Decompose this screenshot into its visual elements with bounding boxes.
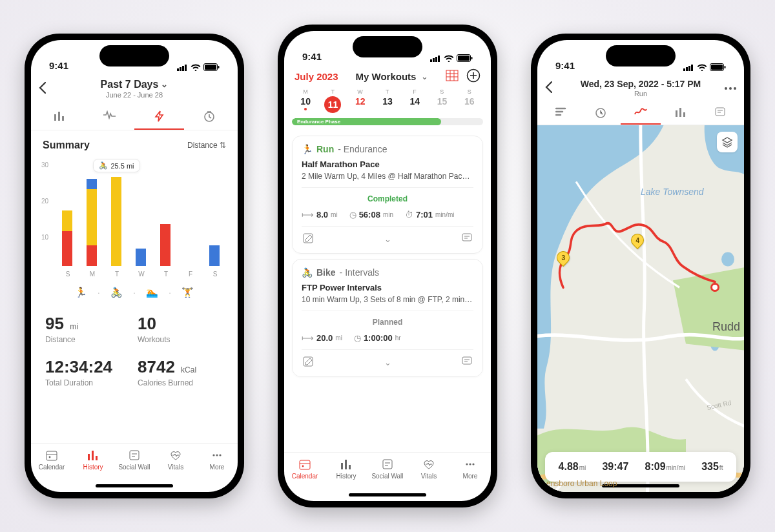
workouts-filter[interactable]: My Workouts ⌄ [344,71,440,82]
metric-tabs [31,100,238,130]
comment-workout-icon[interactable] [460,232,473,247]
map-place-label: Rudd [712,320,740,334]
sort-icon: ⇅ [220,141,226,150]
svg-rect-26 [471,57,473,59]
svg-rect-36 [345,460,347,469]
nav-vitals[interactable]: Vitals [155,449,196,471]
edit-workout-icon[interactable] [302,232,315,247]
nav-vitals[interactable]: Vitals [408,458,450,480]
svg-rect-50 [676,110,677,117]
summary-chart[interactable]: 30 20 10 🚴 25.5 mi SMTWTFS [41,161,227,278]
activity-stats-bar: 4.88mi 39:47 8:09min/mi 335ft [545,452,736,482]
tab-charts[interactable] [661,104,701,125]
comment-workout-icon[interactable] [460,355,473,370]
svg-rect-7 [54,114,56,121]
nav-calendar[interactable]: Calendar [31,449,72,471]
status-icons [430,54,473,62]
svg-rect-32 [462,357,471,364]
status-time: 9:41 [555,60,575,71]
activity-map[interactable]: Lake Townsend Rudd Scott Rd ensboro Urba… [537,125,744,492]
tab-notes[interactable] [700,104,740,125]
edit-workout-icon[interactable] [302,355,315,370]
svg-rect-52 [683,112,685,117]
tab-map[interactable] [621,104,661,125]
svg-rect-31 [304,357,313,366]
nav-social[interactable]: Social Wall [367,458,408,480]
add-button[interactable] [466,68,480,85]
stat-elev: 335ft [701,461,723,473]
stat-workouts: 10 Workouts [138,314,223,344]
svg-rect-53 [716,108,725,116]
stat-calories: 8742 kCal Calories Burned [138,357,223,387]
svg-rect-21 [433,58,435,62]
nav-more[interactable]: More [450,458,491,480]
chevron-down-icon: ⌄ [161,79,168,89]
tab-hr[interactable] [85,107,134,130]
svg-rect-48 [725,66,726,68]
back-button[interactable] [39,81,58,97]
status-icons [683,63,726,71]
activity-title: Wed, 23 Sep, 2022 - 5:17 PM Run [564,79,717,97]
svg-point-39 [466,463,468,465]
tab-power[interactable] [134,107,184,130]
svg-rect-23 [438,56,440,62]
nav-social[interactable]: Social Wall [114,449,155,471]
svg-rect-3 [185,65,187,71]
svg-rect-27 [446,70,458,81]
svg-rect-1 [180,67,181,71]
svg-rect-30 [462,234,471,241]
week-days[interactable]: 10 11 12 13 14 15 16 [284,95,491,116]
swim-icon: 🏊 [146,287,158,298]
svg-rect-43 [686,67,688,71]
svg-point-17 [212,454,214,456]
svg-rect-20 [430,59,432,62]
phone-calendar: 9:41 July 2023 My Workouts ⌄ [278,25,497,507]
nav-more[interactable]: More [196,449,238,471]
svg-rect-35 [341,463,343,469]
bike-icon: 🚴 [110,287,123,298]
workout-card[interactable]: 🚴 Bike - Intervals FTP Power Intervals 1… [292,259,483,377]
svg-rect-25 [458,56,470,61]
tab-time[interactable] [184,107,234,130]
phone-history: 9:41 Past 7 Days⌄ [25,34,244,498]
nav-calendar[interactable]: Calendar [284,458,326,480]
more-menu[interactable] [717,87,736,90]
svg-rect-33 [300,460,310,469]
nav-history[interactable]: History [326,458,367,480]
svg-point-18 [216,454,218,456]
weekday-header: MTWTFSS [284,88,491,95]
tab-bars[interactable] [35,107,85,130]
training-phase-bar[interactable]: Endurance Phase [292,118,483,125]
tab-splits[interactable] [581,104,621,125]
home-indicator[interactable] [349,493,426,496]
mile-marker-4[interactable]: 4 [631,234,644,249]
svg-point-34 [302,466,304,467]
grid-view-icon[interactable] [446,70,459,83]
status-time: 9:41 [49,60,68,71]
sort-selector[interactable]: Distance ⇅ [187,141,226,150]
period-selector[interactable]: Past 7 Days⌄ June 22 - June 28 [58,79,211,99]
phone-activity-detail: 9:41 Wed, 23 Sep, 2022 - 5:17 PM [531,34,750,498]
svg-rect-51 [679,108,681,117]
svg-rect-15 [96,456,98,460]
mile-marker-3[interactable]: 3 [557,251,570,267]
month-selector[interactable]: July 2023 [294,71,338,82]
tab-summary[interactable] [541,104,581,125]
svg-rect-13 [88,454,90,460]
svg-rect-6 [218,66,220,68]
nav-history[interactable]: History [72,449,114,471]
stat-distance: 95 mi Distance [45,314,131,344]
expand-workout-icon[interactable]: ⌄ [384,234,391,244]
map-layers-button[interactable] [717,132,738,152]
svg-rect-45 [691,65,693,71]
run-icon: 🏃 [75,287,87,298]
status-icons [177,63,220,71]
back-button[interactable] [545,80,564,97]
chevron-down-icon: ⌄ [421,72,428,81]
expand-workout-icon[interactable]: ⌄ [384,358,391,367]
workout-card[interactable]: 🏃 Run - Endurance Half Marathon Pace 2 M… [292,136,483,254]
stat-time: 39:47 [602,461,628,473]
map-lake-label: Lake Townsend [641,187,704,197]
svg-rect-29 [304,234,313,243]
home-indicator[interactable] [96,484,173,487]
